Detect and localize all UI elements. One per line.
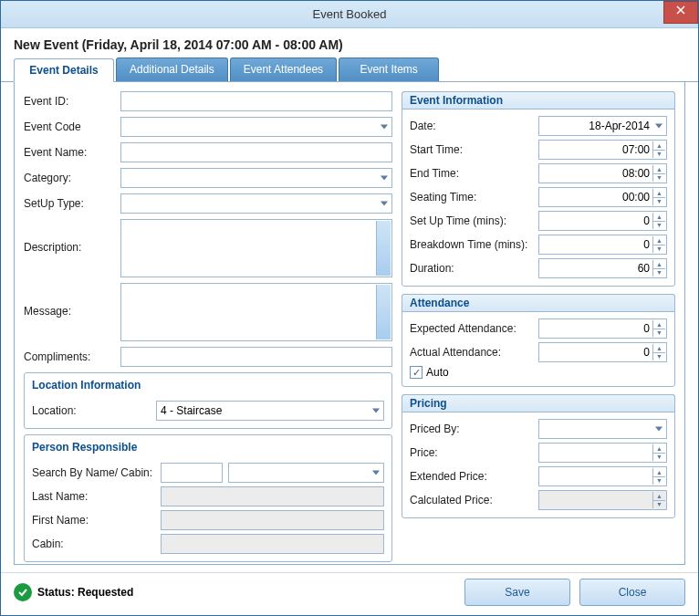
auto-checkbox[interactable]: ✓ Auto (410, 366, 667, 379)
search-by-name-combo[interactable] (228, 463, 384, 483)
category-label: Category: (24, 172, 115, 184)
titlebar: Event Booked (1, 1, 698, 28)
calculated-price-label: Calculated Price: (410, 494, 533, 506)
window-close-button[interactable] (663, 1, 698, 24)
spin-up-icon[interactable]: ▲ (652, 468, 665, 477)
priced-by-combo[interactable] (538, 419, 667, 439)
pricing-group: Pricing Priced By: Price:▲▼ Extended Pri… (402, 394, 675, 518)
calculated-price-spin: ▲▼ (538, 490, 667, 510)
close-button[interactable]: Close (579, 579, 685, 606)
event-id-input[interactable] (120, 91, 392, 111)
breakdown-time-spin[interactable]: 0▲▼ (538, 235, 667, 255)
spin-up-icon[interactable]: ▲ (652, 165, 665, 174)
spin-down-icon[interactable]: ▼ (652, 245, 665, 254)
checkbox-icon: ✓ (410, 366, 423, 379)
expected-value: 0 (643, 322, 650, 335)
cabin-label: Cabin: (32, 538, 155, 550)
spin-up-icon[interactable]: ▲ (652, 444, 665, 454)
check-circle-icon (14, 583, 32, 601)
date-combo[interactable]: 18-Apr-2014 (538, 116, 667, 136)
actual-value: 0 (643, 346, 650, 359)
event-information-title: Event Information (402, 91, 675, 110)
left-column: Event ID: Event Code Event Name: Categor… (24, 91, 392, 555)
spin-down-icon[interactable]: ▼ (652, 198, 665, 206)
status-indicator: Status: Requested (14, 583, 133, 601)
seating-time-spin[interactable]: 00:00▲▼ (538, 187, 667, 207)
tab-event-attendees[interactable]: Event Attendees (230, 57, 337, 81)
tab-event-details[interactable]: Event Details (14, 58, 114, 82)
compliments-input[interactable] (120, 347, 392, 367)
close-icon (676, 5, 685, 15)
spin-up-icon[interactable]: ▲ (652, 344, 665, 353)
message-label: Message: (24, 283, 115, 318)
search-by-name-input[interactable] (161, 463, 223, 483)
spin-up-icon: ▲ (652, 492, 665, 501)
spin-up-icon[interactable]: ▲ (652, 213, 665, 222)
actual-attendance-spin[interactable]: 0▲▼ (538, 342, 667, 362)
spin-down-icon[interactable]: ▼ (652, 353, 665, 361)
first-name-input (161, 510, 384, 530)
tab-body: Event ID: Event Code Event Name: Categor… (14, 82, 685, 565)
price-spin[interactable]: ▲▼ (538, 443, 667, 463)
attendance-group: Attendance Expected Attendance:0▲▼ Actua… (402, 294, 675, 387)
person-responsible-group: Person Responsible Search By Name/ Cabin… (24, 434, 392, 562)
right-column: Event Information Date:18-Apr-2014 Start… (402, 91, 675, 555)
spin-down-icon[interactable]: ▼ (652, 269, 665, 277)
setup-type-label: SetUp Type: (24, 197, 115, 210)
location-group-title: Location Information (32, 379, 384, 392)
save-button[interactable]: Save (464, 579, 570, 606)
priced-by-label: Priced By: (410, 423, 533, 435)
spin-down-icon[interactable]: ▼ (652, 222, 665, 230)
end-time-spin[interactable]: 08:00▲▼ (538, 163, 667, 183)
event-name-input[interactable] (120, 142, 392, 162)
last-name-input (161, 486, 384, 506)
message-textarea[interactable] (120, 283, 392, 341)
spin-up-icon[interactable]: ▲ (652, 236, 665, 245)
tab-event-items[interactable]: Event Items (339, 57, 439, 81)
price-label: Price: (410, 446, 533, 459)
spin-down-icon[interactable]: ▼ (652, 174, 665, 183)
location-label: Location: (32, 404, 151, 417)
compliments-label: Compliments: (24, 350, 115, 363)
person-group-title: Person Responsible (32, 441, 384, 454)
duration-value: 60 (638, 262, 650, 275)
tab-strip: Event Details Additional Details Event A… (1, 57, 698, 82)
end-time-value: 08:00 (622, 167, 650, 180)
spin-up-icon[interactable]: ▲ (652, 141, 665, 151)
expected-attendance-spin[interactable]: 0▲▼ (538, 318, 667, 339)
location-combo[interactable]: 4 - Staircase (156, 401, 384, 421)
setup-type-combo[interactable] (120, 193, 392, 214)
tab-additional-details[interactable]: Additional Details (116, 57, 228, 81)
category-combo[interactable] (120, 168, 392, 188)
start-time-spin[interactable]: 07:00▲▼ (538, 140, 667, 160)
location-group: Location Information Location:4 - Stairc… (24, 372, 392, 429)
event-code-combo[interactable] (120, 117, 392, 137)
expected-attendance-label: Expected Attendance: (410, 322, 533, 335)
scrollbar[interactable] (376, 221, 391, 276)
description-textarea[interactable] (120, 219, 392, 277)
start-time-label: Start Time: (410, 143, 533, 156)
attendance-title: Attendance (402, 294, 675, 312)
scrollbar[interactable] (376, 285, 391, 339)
spin-down-icon[interactable]: ▼ (652, 477, 665, 485)
setup-time-label: Set Up Time (mins): (410, 214, 533, 227)
breakdown-time-value: 0 (643, 238, 650, 251)
spin-down-icon: ▼ (652, 501, 665, 509)
spin-up-icon[interactable]: ▲ (652, 260, 665, 269)
spin-down-icon[interactable]: ▼ (652, 454, 665, 462)
duration-label: Duration: (410, 262, 533, 275)
status-text: Status: Requested (37, 586, 133, 599)
setup-time-spin[interactable]: 0▲▼ (538, 211, 667, 231)
auto-label: Auto (426, 366, 449, 379)
spin-up-icon[interactable]: ▲ (652, 189, 665, 198)
duration-spin[interactable]: 60▲▼ (538, 258, 667, 278)
event-code-label: Event Code (24, 120, 115, 133)
extended-price-spin[interactable]: ▲▼ (538, 466, 667, 486)
breakdown-time-label: Breakdown Time (mins): (410, 238, 533, 251)
date-label: Date: (410, 120, 533, 132)
spin-down-icon[interactable]: ▼ (652, 329, 665, 338)
spin-down-icon[interactable]: ▼ (652, 151, 665, 159)
description-label: Description: (24, 219, 115, 254)
extended-price-label: Extended Price: (410, 470, 533, 483)
spin-up-icon[interactable]: ▲ (652, 320, 665, 329)
